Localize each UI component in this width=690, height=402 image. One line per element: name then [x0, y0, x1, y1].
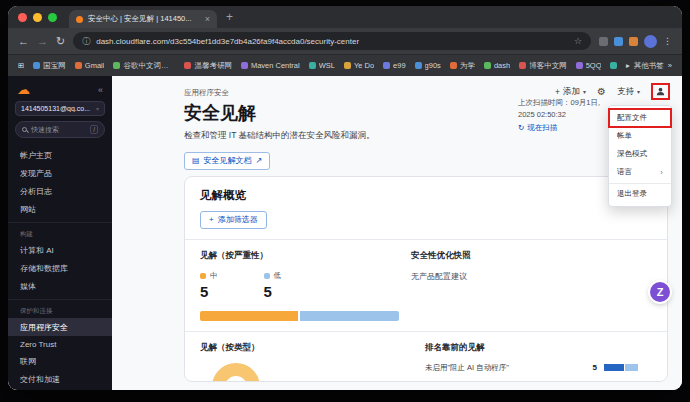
new-tab-button[interactable]: + — [226, 10, 233, 24]
extension-icon[interactable] — [629, 37, 638, 46]
bookmark-item[interactable]: 谷歌中文词典图 — [113, 61, 175, 71]
scan-now-link[interactable]: ↻ 现在扫描 — [518, 122, 557, 134]
favicon-icon — [241, 62, 248, 69]
legend-dot-low — [264, 273, 270, 279]
severity-stacked-bar — [200, 311, 399, 321]
header-actions: + 添加 ▾ ⚙ 支持 ▾ — [555, 83, 670, 100]
bookmark-item[interactable]: 温馨考研网 — [184, 61, 232, 71]
sidebar-item[interactable]: 交付和加速 — [8, 370, 112, 388]
user-menu-item[interactable]: 配置文件 — [609, 109, 671, 127]
browser-tab[interactable]: 安全中心 | 安全见解 | 141450... × — [69, 10, 217, 28]
site-info-icon[interactable]: ⓘ — [82, 36, 90, 47]
support-button[interactable]: 支持 ▾ — [617, 86, 640, 98]
minimize-window-button[interactable] — [33, 13, 42, 22]
bookmark-star-icon[interactable]: ☆ — [574, 36, 582, 46]
sidebar-item[interactable]: Zero Trust — [8, 336, 112, 352]
bookmark-item[interactable]: 博客中文网 — [519, 61, 567, 71]
bookmarks-bar: ⊞ 国宝网Gmail谷歌中文词典图温馨考研网Maven CentralWSLYe… — [8, 54, 682, 76]
bookmark-item[interactable]: 5QQ — [576, 61, 602, 70]
user-menu-item[interactable]: 深色模式 — [609, 145, 671, 163]
url-input[interactable]: ⓘ dash.cloudflare.com/d3c554bef1dd3e7db4… — [73, 32, 591, 50]
sidebar-item[interactable]: 帐户主页 — [8, 146, 112, 164]
bookmark-item[interactable]: 3G书屋 — [610, 61, 617, 71]
severity-stat-low: 低 5 — [264, 271, 282, 300]
add-filter-button[interactable]: + 添加筛选器 — [200, 211, 267, 229]
sidebar-section-label: 构建 — [8, 222, 112, 241]
top-insights-title: 排名靠前的见解 — [399, 342, 652, 354]
chevron-down-icon: ▾ — [96, 105, 99, 112]
cloudflare-logo-icon: ☁ — [17, 83, 30, 96]
favicon-icon — [450, 62, 457, 69]
chevron-down-icon: ▾ — [637, 88, 640, 95]
sidebar-section-label: 保护和连接 — [8, 299, 112, 318]
floating-widget-badge[interactable]: Z — [650, 282, 670, 302]
account-name: 1414505131@qq.co... — [21, 105, 90, 112]
main-area: + 添加 ▾ ⚙ 支持 ▾ 配 — [112, 76, 682, 390]
favicon-icon — [610, 62, 617, 69]
sidebar-item[interactable]: 分析日志 — [8, 182, 112, 200]
snapshot-empty-text: 无产品配置建议 — [411, 271, 652, 282]
sidebar-item[interactable]: 网站 — [8, 200, 112, 218]
bookmark-item[interactable]: e99 — [383, 61, 406, 70]
extension-icon[interactable] — [599, 37, 608, 46]
gear-icon[interactable]: ⚙ — [597, 86, 606, 97]
other-bookmarks-button[interactable]: ▸ 其他书签 » — [626, 61, 672, 71]
divider — [185, 331, 667, 332]
extension-icon[interactable] — [614, 37, 623, 46]
sidebar-item[interactable]: 计算和 AI — [8, 241, 112, 259]
insight-row: 未启用"阻止 AI 自动程序"5 — [425, 363, 638, 373]
browser-profile-avatar[interactable] — [644, 35, 657, 48]
user-menu-item[interactable]: 帐单 — [609, 127, 671, 145]
refresh-icon: ↻ — [518, 122, 524, 134]
legend-dot-medium — [200, 273, 206, 279]
add-button[interactable]: + 添加 ▾ — [555, 86, 586, 98]
severity-section: 见解（按严重性） 中 5 — [200, 250, 399, 321]
forward-icon[interactable]: → — [37, 36, 48, 47]
tab-close-icon[interactable]: × — [205, 14, 210, 24]
snapshot-section: 安全性优化快照 无产品配置建议 — [399, 250, 652, 321]
bookmark-item[interactable]: Maven Central — [241, 61, 300, 70]
bookmark-item[interactable]: WSL — [309, 61, 335, 70]
sidebar-item[interactable]: 媒体 — [8, 277, 112, 295]
user-menu-item[interactable]: 语言› — [609, 163, 671, 181]
bookmark-item[interactable]: g90s — [415, 61, 441, 70]
window-controls — [18, 13, 57, 22]
sidebar-item[interactable]: 应用程序安全 — [8, 318, 112, 336]
address-bar: ← → ↻ ⓘ dash.cloudflare.com/d3c554bef1dd… — [8, 28, 682, 54]
reload-icon[interactable]: ↻ — [56, 36, 65, 47]
row-severity-snapshot: 见解（按严重性） 中 5 — [200, 250, 652, 321]
bookmark-item[interactable]: 为学 — [450, 61, 475, 71]
row-type-top: 见解（按类型） 配置建议 10 — [200, 342, 652, 383]
user-menu: 配置文件帐单深色模式语言›退出登录 — [608, 105, 672, 207]
sidebar-item[interactable]: 存储和数据库 — [8, 259, 112, 277]
severity-title: 见解（按严重性） — [200, 250, 399, 262]
sidebar: ☁ « 1414505131@qq.co... ▾ 快速搜索 / 帐户主页发现产… — [8, 76, 112, 390]
severity-bar-segment — [300, 311, 398, 321]
insight-mini-bar — [604, 364, 638, 371]
sidebar-item[interactable]: 发现产品 — [8, 164, 112, 182]
bookmark-item[interactable]: Gmail — [75, 61, 105, 70]
content-area: 应用程序安全 安全见解 检查和管理 IT 基础结构中的潜在安全风险和漏洞。 ▤ … — [112, 76, 682, 390]
favicon-icon — [113, 62, 120, 69]
back-icon[interactable]: ← — [18, 36, 29, 47]
zoom-window-button[interactable] — [48, 13, 57, 22]
tab-title: 安全中心 | 安全见解 | 141450... — [88, 14, 200, 24]
sidebar-item[interactable]: 联网 — [8, 352, 112, 370]
user-menu-item[interactable]: 退出登录 — [609, 183, 671, 203]
search-placeholder: 快速搜索 — [31, 125, 59, 135]
collapse-sidebar-icon[interactable]: « — [98, 85, 103, 95]
user-avatar-button[interactable] — [655, 86, 666, 97]
bookmark-item[interactable]: 国宝网 — [33, 61, 66, 71]
docs-link-button[interactable]: ▤ 安全见解文档 ↗ — [184, 152, 270, 170]
browser-menu-dots-icon[interactable]: ⋮ — [663, 36, 672, 46]
bookmark-item[interactable]: dash — [484, 61, 510, 70]
page-title: 安全见解 — [184, 101, 518, 125]
sidebar-item[interactable]: 域注册 — [8, 388, 112, 390]
bookmark-item[interactable]: Ye Do — [344, 61, 374, 70]
top-insights-list: 未启用"阻止 AI 自动程序"5未启用 AI Labyrinth5 — [399, 363, 652, 383]
favicon-icon — [33, 62, 40, 69]
account-selector[interactable]: 1414505131@qq.co... ▾ — [15, 101, 105, 116]
close-window-button[interactable] — [18, 13, 27, 22]
search-input[interactable]: 快速搜索 / — [15, 121, 105, 138]
apps-grid-icon[interactable]: ⊞ — [18, 61, 24, 70]
